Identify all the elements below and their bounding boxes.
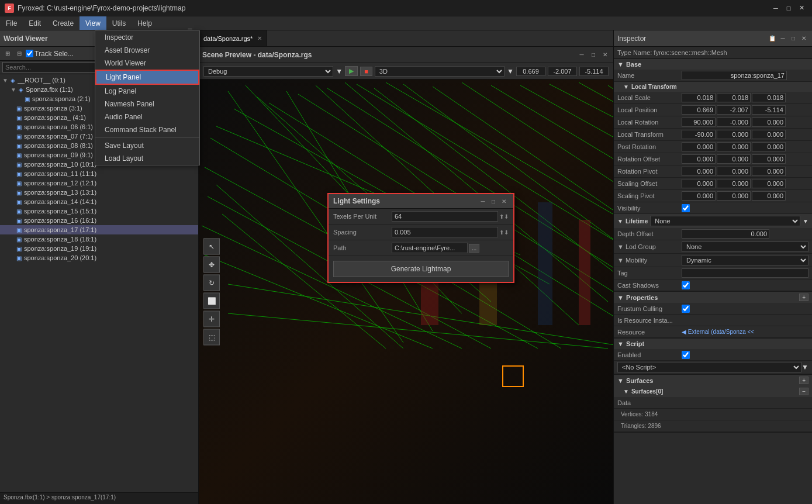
- lifetime-select[interactable]: None: [650, 216, 800, 226]
- spacing-input[interactable]: [392, 227, 498, 237]
- local-rot-y[interactable]: [717, 118, 751, 127]
- view-mode-select[interactable]: 3D: [375, 66, 505, 77]
- inspector-script-header[interactable]: ▼ Script: [614, 339, 812, 349]
- tree-item-sponza-14[interactable]: ▣ sponza:sponza_14 (14:1): [0, 197, 198, 206]
- maximize-button[interactable]: □: [783, 3, 794, 13]
- visibility-checkbox[interactable]: [682, 204, 690, 212]
- tree-item-sponza-11[interactable]: ▣ sponza:sponza_11 (11:1): [0, 169, 198, 178]
- minimize-button[interactable]: ─: [770, 3, 782, 13]
- pre-rot-x[interactable]: [682, 130, 716, 139]
- rot-off-x[interactable]: [682, 154, 716, 164]
- move-tool-button[interactable]: ✥: [203, 257, 220, 273]
- menu-navmesh-panel[interactable]: Navmesh Panel: [95, 98, 199, 111]
- menu-load-layout[interactable]: Load Layout: [95, 152, 199, 165]
- local-pos-x[interactable]: [682, 105, 716, 115]
- rotate-tool-button[interactable]: ↻: [203, 275, 220, 291]
- path-input[interactable]: [392, 243, 468, 253]
- path-browse-button[interactable]: ...: [469, 244, 479, 253]
- tree-collapse-all[interactable]: ⊟: [14, 49, 25, 59]
- tree-item-sponza-13[interactable]: ▣ sponza:sponza_13 (13:1): [0, 188, 198, 197]
- scale-tool-button[interactable]: ⬜: [203, 293, 220, 309]
- scene-maximize[interactable]: □: [589, 50, 598, 60]
- rot-piv-y[interactable]: [717, 167, 751, 176]
- surfaces-array-header[interactable]: ▼ Surfaces[0] −: [614, 386, 812, 397]
- menu-audio-panel[interactable]: Audio Panel: [95, 111, 199, 123]
- scene-tab-sponza[interactable]: data/Sponza.rgs* ✕: [199, 30, 267, 46]
- scl-off-z[interactable]: [752, 179, 786, 188]
- inspector-base-header[interactable]: ▼ Base: [614, 59, 812, 70]
- rot-piv-z[interactable]: [752, 167, 786, 176]
- tree-item-sponza-17[interactable]: ▣ sponza:sponza_17 (17:1): [0, 225, 198, 234]
- lod-group-select[interactable]: None: [682, 241, 808, 252]
- tab-close-icon[interactable]: ✕: [257, 35, 262, 42]
- tree-item-sponza-18[interactable]: ▣ sponza:sponza_18 (18:1): [0, 234, 198, 244]
- inspector-maximize[interactable]: □: [789, 34, 798, 43]
- pre-rot-y[interactable]: [717, 130, 751, 139]
- depth-offset-input[interactable]: [682, 229, 769, 239]
- inspector-minimize[interactable]: ─: [778, 34, 787, 43]
- surfaces-arr-remove-button[interactable]: −: [799, 388, 808, 395]
- scl-off-y[interactable]: [717, 179, 751, 188]
- menu-light-panel[interactable]: Light Panel: [95, 70, 199, 85]
- post-rot-x[interactable]: [682, 142, 716, 151]
- scl-piv-x[interactable]: [682, 191, 716, 201]
- menu-inspector[interactable]: Inspector: [95, 31, 199, 44]
- inspector-surfaces-header[interactable]: ▼ Surfaces +: [614, 375, 812, 386]
- menu-file[interactable]: File: [0, 16, 23, 30]
- scene-close[interactable]: ✕: [600, 50, 610, 60]
- scene-minimize[interactable]: ─: [577, 50, 586, 60]
- pre-rot-z[interactable]: [752, 130, 786, 139]
- properties-add-button[interactable]: +: [799, 294, 808, 301]
- menu-asset-browser[interactable]: Asset Browser: [95, 44, 199, 57]
- light-settings-minimize[interactable]: ─: [478, 196, 488, 206]
- menu-utils[interactable]: Utils: [106, 16, 132, 30]
- menu-command-stack-panel[interactable]: Command Stack Panel: [95, 123, 199, 136]
- texels-input[interactable]: [392, 211, 498, 222]
- tree-item-sponza-19[interactable]: ▣ sponza:sponza_19 (19:1): [0, 244, 198, 253]
- inspector-copy-icon[interactable]: 📋: [768, 34, 777, 43]
- select-tool-button[interactable]: ↖: [203, 239, 220, 255]
- local-transform-header[interactable]: ▼ Local Transform: [614, 82, 812, 92]
- local-pos-y[interactable]: [717, 105, 751, 115]
- close-button[interactable]: ✕: [796, 3, 807, 13]
- light-settings-close[interactable]: ✕: [499, 196, 509, 206]
- scl-piv-y[interactable]: [717, 191, 751, 201]
- tree-item-sponza-16[interactable]: ▣ sponza:sponza_16 (16:1): [0, 216, 198, 225]
- tree-expand-all[interactable]: ⊞: [2, 49, 13, 59]
- menu-create[interactable]: Create: [47, 16, 80, 30]
- generate-lightmap-button[interactable]: Generate Lightmap: [333, 261, 509, 277]
- menu-log-panel[interactable]: Log Panel: [95, 85, 199, 98]
- menu-edit[interactable]: Edit: [23, 16, 47, 30]
- post-rot-y[interactable]: [717, 142, 751, 151]
- light-settings-maximize[interactable]: □: [489, 196, 498, 206]
- tag-input[interactable]: [682, 268, 808, 278]
- scl-off-x[interactable]: [682, 179, 716, 188]
- frustum-culling-checkbox[interactable]: [682, 305, 690, 313]
- tree-item-sponza-20[interactable]: ▣ sponza:sponza_20 (20:1): [0, 253, 198, 263]
- rot-off-y[interactable]: [717, 154, 751, 164]
- stop-button[interactable]: ■: [360, 67, 372, 76]
- script-select[interactable]: <No Script>: [617, 362, 801, 372]
- transform-tool-button[interactable]: ✛: [203, 311, 220, 327]
- menu-save-layout[interactable]: Save Layout: [95, 139, 199, 152]
- track-selection-input[interactable]: [26, 50, 33, 57]
- local-rot-z[interactable]: [752, 118, 786, 127]
- lifetime-header[interactable]: ▼ Lifetime None ▼: [614, 214, 812, 228]
- post-rot-z[interactable]: [752, 142, 786, 151]
- inspector-close[interactable]: ✕: [799, 34, 808, 43]
- menu-view[interactable]: View: [80, 16, 106, 30]
- name-input[interactable]: [682, 71, 787, 80]
- menu-help[interactable]: Help: [132, 16, 158, 30]
- scl-piv-z[interactable]: [752, 191, 786, 201]
- script-enabled-checkbox[interactable]: [682, 351, 690, 359]
- menu-world-viewer[interactable]: World Viewer: [95, 57, 199, 70]
- inspector-properties-header[interactable]: ▼ Properties +: [614, 292, 812, 303]
- track-selection-checkbox[interactable]: Track Sele...: [26, 50, 74, 58]
- play-button[interactable]: ▶: [345, 66, 358, 76]
- rot-piv-x[interactable]: [682, 167, 716, 176]
- local-scale-y[interactable]: [717, 93, 751, 102]
- rot-off-z[interactable]: [752, 154, 786, 164]
- debug-mode-select[interactable]: Debug: [203, 66, 333, 77]
- surfaces-add-button[interactable]: +: [799, 377, 808, 384]
- local-scale-x[interactable]: [682, 93, 716, 102]
